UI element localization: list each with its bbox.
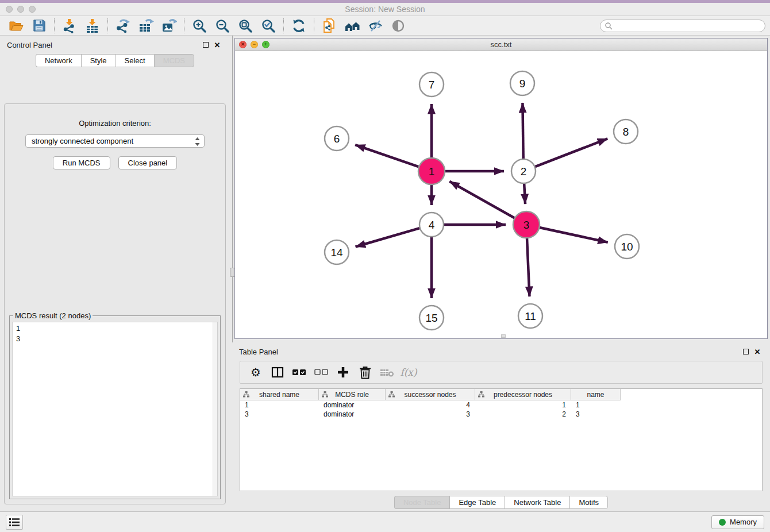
close-panel-button[interactable]: ✕: [211, 40, 223, 50]
cell-name[interactable]: 1: [571, 401, 621, 409]
table-settings-button[interactable]: ⚙: [246, 363, 265, 381]
cell-predecessor-nodes[interactable]: 1: [475, 401, 571, 409]
show-columns-button[interactable]: [268, 363, 287, 381]
graph-edge-3-1[interactable]: [449, 182, 515, 219]
open-session-button[interactable]: [5, 17, 28, 34]
memory-button[interactable]: Memory: [711, 515, 764, 529]
cell-successor-nodes[interactable]: 4: [386, 401, 475, 409]
criterion-dropdown[interactable]: strongly connected component: [25, 134, 205, 148]
float-icon: [743, 349, 749, 354]
minimize-view-button[interactable]: −: [251, 41, 258, 48]
tab-select[interactable]: Select: [116, 54, 154, 67]
graph-edge-2-8[interactable]: [534, 138, 608, 167]
import-table-button[interactable]: [81, 17, 104, 34]
refresh-layout-button[interactable]: [287, 17, 310, 34]
columns-icon: [271, 366, 284, 379]
zoom-in-button[interactable]: [188, 17, 211, 34]
close-view-button[interactable]: ✕: [239, 41, 247, 48]
graph-edge-3-11[interactable]: [527, 237, 530, 296]
network-window-titlebar[interactable]: ✕ − + scc.txt: [235, 38, 767, 51]
save-session-button[interactable]: [28, 17, 51, 34]
export-table-button[interactable]: [134, 17, 157, 34]
cell-shared-name[interactable]: 1: [240, 401, 319, 409]
column-header-shared-name[interactable]: shared name: [240, 389, 319, 400]
run-mcds-button[interactable]: Run MCDS: [53, 156, 110, 169]
result-line: 3: [16, 334, 214, 344]
network-canvas[interactable]: 1234678910111415: [235, 51, 767, 338]
tab-network[interactable]: Network: [36, 54, 81, 67]
result-line: 1: [16, 323, 214, 334]
export-image-button[interactable]: [157, 17, 180, 34]
memory-status-dot: [719, 519, 726, 526]
node-table[interactable]: shared name MCDS role successor nodes pr…: [240, 388, 763, 491]
graph-edge-3-10[interactable]: [538, 227, 608, 242]
graph-edge-4-14[interactable]: [356, 228, 421, 246]
zoom-selected-icon: [261, 18, 276, 33]
function-icon: f(x): [400, 367, 417, 378]
memory-label: Memory: [730, 518, 757, 526]
mcds-result-text[interactable]: 1 3: [12, 322, 218, 496]
zoom-selected-button[interactable]: [257, 17, 280, 34]
canvas-resize-handle[interactable]: [501, 334, 506, 338]
column-header-name[interactable]: name: [571, 389, 621, 400]
graph-node-label-4: 4: [429, 219, 435, 231]
column-header-predecessor-nodes[interactable]: predecessor nodes: [475, 389, 571, 400]
export-network-button[interactable]: [111, 17, 134, 34]
select-all-icon: [292, 368, 306, 376]
tab-node-table[interactable]: Node Table: [394, 496, 450, 509]
graph-edge-2-9[interactable]: [522, 103, 523, 160]
add-row-button[interactable]: [333, 363, 353, 381]
task-history-button[interactable]: [6, 515, 23, 530]
gear-icon: ⚙: [251, 367, 261, 378]
deselect-all-icon: [314, 368, 328, 376]
close-table-panel-button[interactable]: ✕: [752, 346, 763, 357]
cell-name[interactable]: 3: [571, 410, 621, 418]
graph-edge-2-3[interactable]: [524, 182, 525, 204]
hierarchy-icon: [478, 391, 484, 398]
tab-edge-table[interactable]: Edge Table: [449, 496, 505, 509]
close-icon: ✕: [754, 348, 761, 356]
list-icon: [9, 518, 20, 527]
network-view-title: scc.txt: [235, 40, 767, 49]
tab-motifs[interactable]: Motifs: [569, 496, 608, 509]
hide-graphics-details-button[interactable]: [364, 17, 387, 34]
graph-node-label-11: 11: [525, 310, 536, 322]
criterion-value: strongly connected component: [32, 137, 133, 145]
search-field[interactable]: [600, 20, 765, 32]
cell-mcds-role[interactable]: dominator: [319, 410, 386, 418]
toolbar-separator: [184, 18, 184, 33]
copy-network-button[interactable]: [318, 17, 341, 34]
home-button[interactable]: [341, 17, 364, 34]
delete-row-button[interactable]: [355, 363, 375, 381]
cell-predecessor-nodes[interactable]: 2: [475, 410, 571, 418]
tab-mcds[interactable]: MCDS: [154, 54, 194, 67]
network-graph[interactable]: 1234678910111415: [235, 51, 767, 338]
maximize-view-button[interactable]: +: [262, 41, 270, 48]
zoom-out-button[interactable]: [211, 17, 234, 34]
table-row[interactable]: 3 dominator 3 2 3: [240, 410, 762, 419]
tab-style[interactable]: Style: [81, 54, 116, 67]
show-graphics-details-button[interactable]: [387, 17, 410, 34]
import-network-button[interactable]: [58, 17, 81, 34]
float-table-panel-button[interactable]: [740, 346, 752, 357]
deselect-all-rows-button[interactable]: [311, 363, 331, 381]
delete-table-button[interactable]: [377, 363, 396, 381]
graph-edge-1-6[interactable]: [355, 145, 420, 167]
zoom-fit-button[interactable]: [234, 17, 257, 34]
optimization-criterion-label: Optimization criterion:: [5, 119, 225, 128]
float-panel-button[interactable]: [200, 40, 211, 50]
tab-network-table[interactable]: Network Table: [505, 496, 569, 509]
search-input[interactable]: [613, 22, 761, 30]
column-header-successor-nodes[interactable]: successor nodes: [386, 389, 475, 400]
cell-shared-name[interactable]: 3: [240, 410, 319, 418]
column-header-mcds-role[interactable]: MCDS role: [319, 389, 386, 400]
table-row[interactable]: 1 dominator 4 1 1: [240, 400, 762, 410]
select-all-rows-button[interactable]: [290, 363, 309, 381]
toolbar-separator: [107, 18, 108, 33]
table-panel-title: Table Panel: [239, 348, 278, 356]
scrollbar[interactable]: [213, 322, 217, 496]
close-panel-pushbutton[interactable]: Close panel: [118, 156, 178, 169]
cell-successor-nodes[interactable]: 3: [386, 410, 475, 418]
apply-function-button[interactable]: f(x): [399, 363, 418, 381]
cell-mcds-role[interactable]: dominator: [319, 401, 386, 409]
